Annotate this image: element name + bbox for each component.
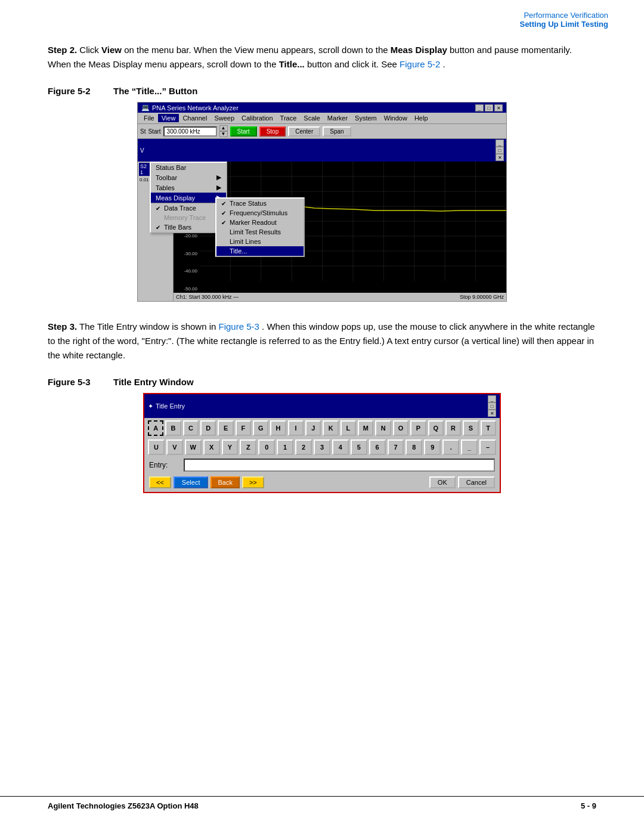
key-4[interactable]: 4: [332, 439, 349, 455]
status-bar-item[interactable]: Status Bar: [151, 163, 226, 172]
key-Q[interactable]: Q: [428, 420, 444, 436]
page-container: Performance Verification Setting Up Limi…: [0, 0, 644, 833]
key-underscore[interactable]: _: [461, 439, 478, 455]
marker-readout-item[interactable]: ✔ Marker Readout: [216, 218, 304, 227]
key-C[interactable]: C: [183, 420, 199, 436]
pna-menu-bar: File View Channel Sweep Calibration Trac…: [138, 113, 506, 124]
figure3-link[interactable]: Figure 5-3: [219, 321, 259, 332]
toolbar-freq-input[interactable]: [163, 126, 217, 137]
key-N[interactable]: N: [375, 420, 391, 436]
menu-marker[interactable]: Marker: [324, 114, 351, 122]
key-L[interactable]: L: [340, 420, 356, 436]
pna-maximize-btn[interactable]: □: [485, 104, 493, 112]
title-check: [221, 248, 227, 255]
entry-field[interactable]: [184, 459, 495, 472]
key-R[interactable]: R: [445, 420, 461, 436]
key-P[interactable]: P: [410, 420, 426, 436]
delete-btn[interactable]: Back: [210, 476, 239, 488]
key-K[interactable]: K: [323, 420, 338, 436]
toolbar-start-btn[interactable]: Start: [230, 126, 257, 137]
key-B[interactable]: B: [165, 420, 181, 436]
toolbar-span-btn[interactable]: Span: [323, 126, 351, 137]
perf-verification-link[interactable]: Performance Verification: [0, 11, 608, 20]
key-8[interactable]: 8: [405, 439, 422, 455]
key-V[interactable]: V: [166, 439, 183, 455]
step2-view-bold: View: [101, 45, 122, 55]
key-T[interactable]: T: [481, 420, 496, 436]
trace-status-item[interactable]: ✔ Trace Status: [216, 199, 304, 208]
key-1[interactable]: 1: [277, 439, 293, 455]
title-entry-minimize-btn[interactable]: _: [488, 395, 496, 402]
pna-minimize-btn[interactable]: _: [475, 104, 484, 112]
limit-test-results-item[interactable]: Limit Test Results: [216, 227, 304, 237]
key-9[interactable]: 9: [424, 439, 441, 455]
menu-trace[interactable]: Trace: [277, 114, 301, 122]
pna-title-bar: 💻 PNA Series Network Analyzer _ □ ✕: [138, 103, 506, 113]
keyboard-row2: U V W X Y Z 0 1 2 3 4 5 6 7 8 9 . _ –: [144, 437, 500, 456]
key-F[interactable]: F: [236, 420, 251, 436]
key-5[interactable]: 5: [351, 439, 367, 455]
key-dash[interactable]: –: [479, 439, 496, 455]
graph-bottom-right: Stop 9.00000 GHz: [460, 294, 504, 300]
menu-calibration[interactable]: Calibration: [238, 114, 277, 122]
key-7[interactable]: 7: [388, 439, 404, 455]
key-S[interactable]: S: [463, 420, 478, 436]
setting-up-link[interactable]: Setting Up Limit Testing: [0, 20, 608, 29]
toolbar-item[interactable]: Toolbar ▶: [151, 172, 226, 182]
key-X[interactable]: X: [203, 439, 220, 455]
meas-display-submenu[interactable]: ✔ Trace Status ✔ Frequency/Stimulus ✔ Ma…: [215, 197, 305, 257]
tables-item[interactable]: Tables ▶: [151, 182, 226, 193]
freq-stimulus-item[interactable]: ✔ Frequency/Stimulus: [216, 208, 304, 218]
key-U[interactable]: U: [148, 439, 165, 455]
menu-channel[interactable]: Channel: [179, 114, 210, 122]
freq-up-btn[interactable]: ▲: [219, 125, 228, 131]
freq-down-btn[interactable]: ▼: [219, 131, 228, 137]
key-O[interactable]: O: [393, 420, 408, 436]
limit-lines-item[interactable]: Limit Lines: [216, 237, 304, 246]
menu-window[interactable]: Window: [380, 114, 411, 122]
menu-system[interactable]: System: [351, 114, 380, 122]
key-2[interactable]: 2: [295, 439, 312, 455]
pna-title-text: 💻 PNA Series Network Analyzer: [141, 104, 239, 112]
menu-help[interactable]: Help: [411, 114, 432, 122]
cancel-btn[interactable]: Cancel: [458, 476, 495, 488]
key-H[interactable]: H: [270, 420, 286, 436]
key-D[interactable]: D: [200, 420, 216, 436]
key-I[interactable]: I: [288, 420, 304, 436]
key-W[interactable]: W: [185, 439, 202, 455]
key-dot[interactable]: .: [442, 439, 459, 455]
dropdown-area: S21 0.01 Status Bar Toolbar ▶ Tables ▶: [138, 162, 506, 301]
meas-display-label: Meas Display: [156, 194, 195, 202]
title-entry-close-btn[interactable]: ✕: [488, 410, 496, 417]
key-0[interactable]: 0: [258, 439, 275, 455]
select-btn[interactable]: Select: [174, 476, 209, 488]
key-Y[interactable]: Y: [222, 439, 239, 455]
title-entry-window: ✦ Title Entry _ □ ✕ A B C D E F G H I: [143, 393, 501, 493]
inner-maximize-btn[interactable]: □: [496, 147, 504, 154]
ok-btn[interactable]: OK: [429, 476, 456, 488]
toolbar-center-btn[interactable]: Center: [288, 126, 320, 137]
forward-btn[interactable]: >>: [242, 476, 264, 488]
inner-minimize-btn[interactable]: _: [496, 140, 504, 147]
menu-file[interactable]: File: [140, 114, 158, 122]
key-6[interactable]: 6: [369, 439, 386, 455]
menu-view[interactable]: View: [158, 114, 179, 122]
pna-close-btn[interactable]: ✕: [494, 104, 503, 112]
key-J[interactable]: J: [305, 420, 321, 436]
key-A[interactable]: A: [148, 420, 163, 436]
toolbar-stop-btn[interactable]: Stop: [259, 126, 286, 137]
key-E[interactable]: E: [218, 420, 233, 436]
back-back-btn[interactable]: <<: [149, 476, 171, 488]
title-item[interactable]: Title...: [216, 246, 304, 256]
inner-close-btn[interactable]: ✕: [496, 154, 504, 161]
key-Z[interactable]: Z: [240, 439, 256, 455]
figure2-link[interactable]: Figure 5-2: [400, 59, 440, 69]
key-3[interactable]: 3: [314, 439, 330, 455]
menu-sweep[interactable]: Sweep: [210, 114, 238, 122]
menu-scale[interactable]: Scale: [300, 114, 324, 122]
title-entry-maximize-btn[interactable]: □: [488, 402, 496, 410]
title-entry-titlebar: ✦ Title Entry _ □ ✕: [144, 394, 500, 418]
memory-trace-check: [156, 215, 162, 221]
key-G[interactable]: G: [253, 420, 268, 436]
key-M[interactable]: M: [358, 420, 373, 436]
